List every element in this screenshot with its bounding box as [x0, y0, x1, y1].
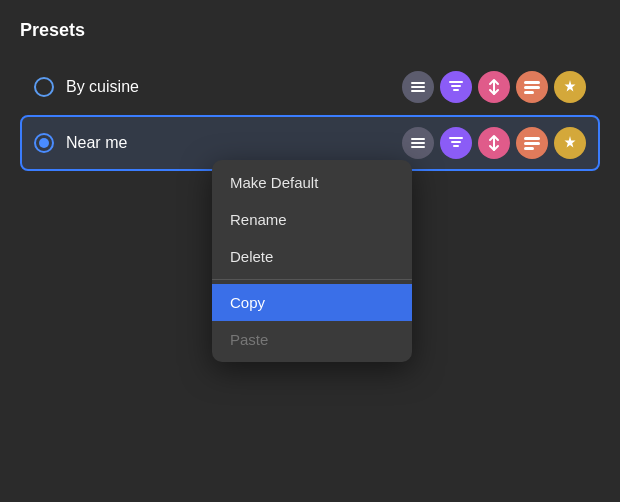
menu-icon[interactable]: [402, 71, 434, 103]
context-menu-item-make-default[interactable]: Make Default: [212, 164, 412, 201]
svg-rect-14: [453, 145, 459, 147]
svg-rect-7: [524, 86, 540, 89]
sort-icon[interactable]: [478, 71, 510, 103]
radio-by-cuisine[interactable]: [34, 77, 54, 97]
context-menu-item-paste: Paste: [212, 321, 412, 358]
filter-icon[interactable]: [440, 71, 472, 103]
svg-rect-6: [524, 81, 540, 84]
svg-rect-8: [524, 91, 534, 94]
svg-rect-11: [411, 146, 425, 148]
context-menu-divider: [212, 279, 412, 280]
preset-list: By cuisine: [20, 59, 600, 171]
magic-icon-2[interactable]: [554, 127, 586, 159]
sort-icon-2[interactable]: [478, 127, 510, 159]
preset-icons-by-cuisine: [402, 71, 586, 103]
svg-rect-0: [411, 82, 425, 84]
preset-label-by-cuisine: By cuisine: [66, 78, 402, 96]
svg-rect-17: [524, 147, 534, 150]
context-menu: Make Default Rename Delete Copy Paste: [212, 160, 412, 362]
magic-icon[interactable]: [554, 71, 586, 103]
svg-rect-16: [524, 142, 540, 145]
preset-row-by-cuisine[interactable]: By cuisine: [20, 59, 600, 115]
list-icon-2[interactable]: [516, 127, 548, 159]
context-menu-item-rename[interactable]: Rename: [212, 201, 412, 238]
svg-rect-12: [449, 137, 463, 139]
svg-rect-2: [411, 90, 425, 92]
svg-rect-13: [451, 141, 461, 143]
svg-rect-3: [449, 81, 463, 83]
filter-icon-2[interactable]: [440, 127, 472, 159]
context-menu-item-delete[interactable]: Delete: [212, 238, 412, 275]
panel-title: Presets: [20, 20, 600, 41]
svg-rect-4: [451, 85, 461, 87]
svg-rect-5: [453, 89, 459, 91]
list-icon[interactable]: [516, 71, 548, 103]
presets-panel: Presets By cuisine: [0, 0, 620, 502]
preset-label-near-me: Near me: [66, 134, 402, 152]
radio-near-me[interactable]: [34, 133, 54, 153]
svg-rect-1: [411, 86, 425, 88]
svg-rect-15: [524, 137, 540, 140]
svg-rect-10: [411, 142, 425, 144]
svg-rect-9: [411, 138, 425, 140]
menu-icon-2[interactable]: [402, 127, 434, 159]
context-menu-item-copy[interactable]: Copy: [212, 284, 412, 321]
preset-icons-near-me: [402, 127, 586, 159]
